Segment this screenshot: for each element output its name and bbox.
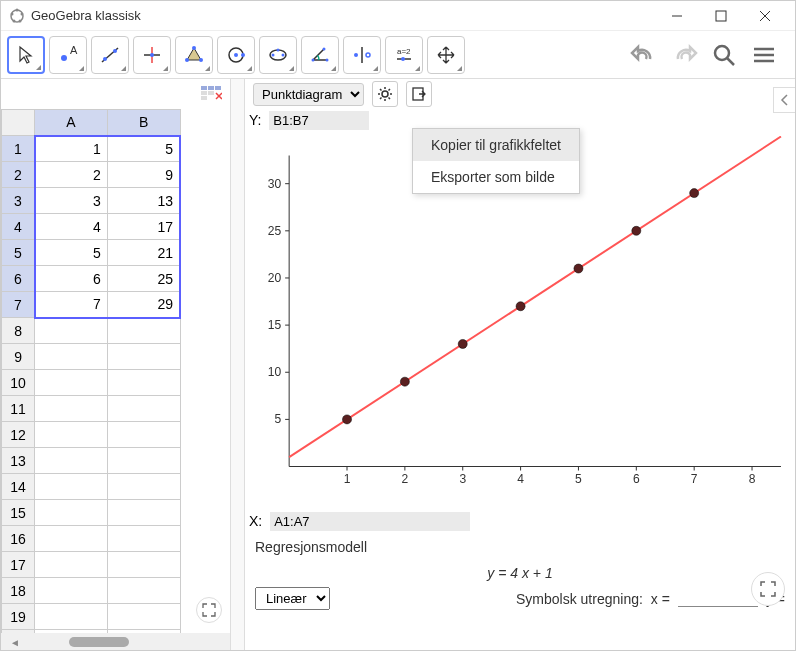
settings-button[interactable] xyxy=(372,81,398,107)
cell[interactable]: 25 xyxy=(107,266,180,292)
row-header[interactable]: 12 xyxy=(2,422,35,448)
cell[interactable] xyxy=(107,396,180,422)
menu-copy-to-graphics[interactable]: Kopier til grafikkfeltet xyxy=(413,129,579,161)
circle-icon xyxy=(225,44,247,66)
ellipse-tool[interactable] xyxy=(259,36,297,74)
cell[interactable] xyxy=(35,500,108,526)
search-button[interactable] xyxy=(709,40,739,70)
close-button[interactable] xyxy=(743,2,787,30)
cell[interactable] xyxy=(107,500,180,526)
cell[interactable] xyxy=(107,422,180,448)
row-header[interactable]: 10 xyxy=(2,370,35,396)
maximize-button[interactable] xyxy=(699,2,743,30)
minimize-button[interactable] xyxy=(655,2,699,30)
spreadsheet-table[interactable]: A B 115229331344175521662577298910111213… xyxy=(1,109,181,633)
cell[interactable]: 13 xyxy=(107,188,180,214)
cell[interactable] xyxy=(107,526,180,552)
cell[interactable] xyxy=(107,604,180,630)
scroll-thumb[interactable] xyxy=(69,637,129,647)
horizontal-scrollbar[interactable]: ◄ xyxy=(1,633,230,651)
cell[interactable] xyxy=(35,396,108,422)
col-header-b[interactable]: B xyxy=(107,110,180,136)
row-header[interactable]: 15 xyxy=(2,500,35,526)
collapse-panel-button[interactable] xyxy=(773,87,795,113)
perpendicular-tool[interactable] xyxy=(133,36,171,74)
row-header[interactable]: 8 xyxy=(2,318,35,344)
cell[interactable]: 2 xyxy=(35,162,108,188)
row-header[interactable]: 19 xyxy=(2,604,35,630)
cell[interactable] xyxy=(107,552,180,578)
corner-cell[interactable] xyxy=(2,110,35,136)
cell[interactable] xyxy=(107,370,180,396)
cell[interactable] xyxy=(107,344,180,370)
export-button[interactable] xyxy=(406,81,432,107)
menu-button[interactable] xyxy=(749,40,779,70)
row-header[interactable]: 11 xyxy=(2,396,35,422)
row-header[interactable]: 2 xyxy=(2,162,35,188)
cell[interactable] xyxy=(35,578,108,604)
point-tool[interactable]: A xyxy=(49,36,87,74)
svg-point-2 xyxy=(16,8,19,11)
cell[interactable]: 4 xyxy=(35,214,108,240)
row-header[interactable]: 7 xyxy=(2,292,35,318)
row-header[interactable]: 6 xyxy=(2,266,35,292)
row-header[interactable]: 1 xyxy=(2,136,35,162)
svg-text:15: 15 xyxy=(268,318,282,332)
cell[interactable] xyxy=(35,448,108,474)
cell[interactable]: 6 xyxy=(35,266,108,292)
line-tool[interactable] xyxy=(91,36,129,74)
row-header[interactable]: 4 xyxy=(2,214,35,240)
regression-type-select[interactable]: Lineær xyxy=(255,587,330,610)
cell[interactable] xyxy=(107,318,180,344)
x-input[interactable] xyxy=(678,591,758,607)
cell[interactable]: 1 xyxy=(35,136,108,162)
cell[interactable]: 21 xyxy=(107,240,180,266)
cell[interactable]: 3 xyxy=(35,188,108,214)
cell[interactable]: 5 xyxy=(35,240,108,266)
undo-button[interactable] xyxy=(629,40,659,70)
svg-point-88 xyxy=(632,226,641,235)
cell[interactable] xyxy=(35,344,108,370)
cell[interactable] xyxy=(35,422,108,448)
cell[interactable] xyxy=(35,318,108,344)
cell[interactable]: 29 xyxy=(107,292,180,318)
row-header[interactable]: 13 xyxy=(2,448,35,474)
vertical-scrollbar[interactable] xyxy=(231,79,245,651)
cell[interactable] xyxy=(35,526,108,552)
cell[interactable] xyxy=(35,370,108,396)
cell[interactable] xyxy=(35,474,108,500)
x-range-field[interactable]: A1:A7 xyxy=(270,512,470,531)
polygon-tool[interactable] xyxy=(175,36,213,74)
cell[interactable]: 9 xyxy=(107,162,180,188)
fullscreen-button-2[interactable] xyxy=(751,572,785,606)
cell[interactable]: 5 xyxy=(107,136,180,162)
row-header[interactable]: 18 xyxy=(2,578,35,604)
row-header[interactable]: 17 xyxy=(2,552,35,578)
cell[interactable] xyxy=(107,578,180,604)
format-toggle-button[interactable] xyxy=(200,85,222,103)
fullscreen-button[interactable] xyxy=(196,597,222,623)
row-header[interactable]: 3 xyxy=(2,188,35,214)
chart-type-select[interactable]: Punktdiagram xyxy=(253,83,364,106)
move-tool[interactable] xyxy=(7,36,45,74)
slider-tool[interactable]: a=2 xyxy=(385,36,423,74)
redo-button[interactable] xyxy=(669,40,699,70)
reflect-tool[interactable] xyxy=(343,36,381,74)
row-header[interactable]: 5 xyxy=(2,240,35,266)
circle-tool[interactable] xyxy=(217,36,255,74)
cell[interactable]: 17 xyxy=(107,214,180,240)
row-header[interactable]: 9 xyxy=(2,344,35,370)
menu-export-image[interactable]: Eksporter som bilde xyxy=(413,161,579,193)
cell[interactable] xyxy=(35,604,108,630)
cell[interactable]: 7 xyxy=(35,292,108,318)
cell[interactable] xyxy=(35,552,108,578)
row-header[interactable]: 16 xyxy=(2,526,35,552)
svg-point-87 xyxy=(574,264,583,273)
cell[interactable] xyxy=(107,448,180,474)
y-range-field[interactable]: B1:B7 xyxy=(269,111,369,130)
cell[interactable] xyxy=(107,474,180,500)
col-header-a[interactable]: A xyxy=(35,110,108,136)
move-view-tool[interactable] xyxy=(427,36,465,74)
angle-tool[interactable] xyxy=(301,36,339,74)
row-header[interactable]: 14 xyxy=(2,474,35,500)
